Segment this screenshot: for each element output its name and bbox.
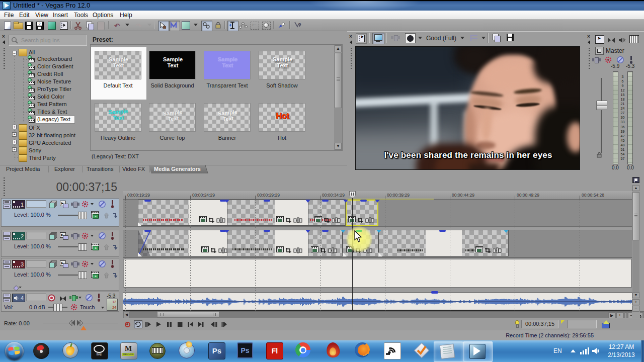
svg-text:?: ?	[298, 22, 301, 28]
